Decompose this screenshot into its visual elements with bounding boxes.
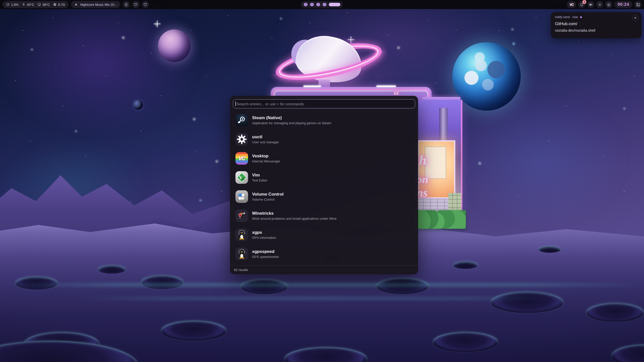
cpu-usage: 1.8%	[6, 3, 19, 7]
monitor-icon	[37, 3, 41, 7]
unread-dot	[580, 16, 582, 18]
vesktop-icon-label: VC	[238, 155, 245, 161]
notification-title: GitHub.com/	[555, 22, 637, 26]
pause-icon	[74, 3, 78, 7]
night-light-button[interactable]	[605, 1, 612, 8]
launcher-item-uuctl[interactable]: uuctl User unit manager	[233, 131, 415, 148]
launcher-item-vesktop[interactable]: VC Vesktop Internet Messenger	[233, 150, 415, 167]
notification-close-button[interactable]: ✕	[632, 15, 638, 21]
app-grid-button[interactable]	[634, 1, 641, 8]
launcher-item-text: xgpsspeed GPS speedometer	[252, 249, 279, 259]
results-count: 62 results	[234, 268, 248, 272]
launcher-item-text: uuctl User unit manager	[252, 134, 279, 144]
app-description: GPS speedometer	[252, 255, 279, 259]
app-name: Winetricks	[252, 211, 337, 216]
heart-button[interactable]	[132, 1, 139, 8]
launcher-item-text: Steam (Native) Application for managing …	[252, 115, 331, 125]
workspace-dot[interactable]	[316, 3, 320, 6]
flame-icon	[22, 3, 26, 7]
launcher-item-volume-control[interactable]: Volume Control Volume Control	[233, 188, 415, 205]
app-description: GPS information	[252, 236, 276, 240]
vesktop-icon: VC	[235, 152, 248, 165]
chip-icon	[53, 3, 57, 7]
app-description: Internet Messenger	[252, 159, 280, 163]
vesktop-tray-icon: VC	[570, 3, 573, 7]
cpu-temperature: 43°C	[22, 3, 34, 7]
app-name: Volume Control	[252, 192, 284, 197]
memory-usage-value: 9.7G	[58, 3, 65, 7]
workspace-indicator	[301, 1, 343, 8]
app-grid-icon	[636, 3, 640, 7]
workspace-dot-active[interactable]	[329, 3, 340, 6]
app-name: uuctl	[252, 134, 279, 140]
app-name: xgpsspeed	[252, 249, 279, 254]
tux-icon	[235, 229, 248, 241]
notification-app-time: notify-send · now	[555, 15, 578, 19]
winetricks-icon	[235, 209, 248, 222]
launcher-item-text: Vesktop Internet Messenger	[252, 154, 280, 163]
skull-icon	[124, 3, 128, 7]
clock: 00:24	[618, 2, 629, 7]
clock-widget[interactable]: 00:24	[614, 1, 632, 8]
app-description: Application for managing and playing gam…	[252, 121, 331, 125]
tux-icon	[235, 248, 248, 260]
media-player-widget[interactable]: Nightcore Music Mix 20...	[71, 1, 120, 8]
media-title: Nightcore Music Mix 20...	[80, 3, 117, 7]
app-name: Steam (Native)	[252, 115, 331, 120]
system-stats-widget[interactable]: 1.8% 43°C 38°C 9.7G	[3, 1, 68, 8]
top-bar: 1.8% 43°C 38°C 9.7G Nightcore Music Mix …	[0, 0, 644, 9]
app-description: User unit manager	[252, 140, 279, 144]
workspace-dot[interactable]	[310, 3, 314, 6]
results-list: Steam (Native) Application for managing …	[233, 112, 415, 262]
notification-meta: notify-send · now	[555, 15, 637, 19]
app-name: Vesktop	[252, 154, 280, 159]
app-name: Vim	[252, 173, 267, 178]
app-name: xgps	[252, 230, 276, 235]
search-wrap	[233, 99, 415, 108]
night-light-off-icon	[607, 3, 611, 7]
launcher-item-text: xgps GPS information	[252, 230, 276, 240]
launcher-item-xgpsspeed[interactable]: xgpsspeed GPS speedometer	[233, 246, 415, 262]
gpu-temperature-value: 38°C	[43, 3, 50, 7]
app-launcher: Steam (Native) Application for managing …	[230, 96, 418, 274]
heart-icon	[143, 3, 147, 7]
heart-button[interactable]	[142, 1, 149, 8]
workspace-dot[interactable]	[323, 3, 327, 6]
notification-body: noctalia-dev/noctalia.shell	[555, 28, 637, 32]
cpu-usage-value: 1.8%	[11, 3, 19, 7]
app-description: Work around problems and install applica…	[252, 217, 337, 220]
launcher-item-xgps[interactable]: xgps GPS information	[233, 227, 415, 243]
volume-sliders-icon	[235, 190, 248, 203]
vim-icon: Vim	[235, 171, 248, 184]
cpu-temperature-value: 43°C	[27, 3, 34, 7]
gauge-icon	[6, 3, 10, 7]
gpu-temperature: 38°C	[37, 3, 50, 7]
app-description: Volume Control	[252, 198, 284, 201]
notification-popup[interactable]: notify-send · now ✕ GitHub.com/ noctalia…	[551, 12, 641, 38]
skull-button[interactable]	[123, 1, 130, 8]
app-description: Text Editor	[252, 178, 267, 182]
workspace-dot[interactable]	[304, 3, 308, 6]
heart-icon	[134, 3, 138, 7]
gear-icon	[235, 133, 248, 146]
launcher-item-winetricks[interactable]: Winetricks Work around problems and inst…	[233, 207, 415, 224]
launcher-item-text: Volume Control Volume Control	[252, 192, 284, 201]
bar-right-group: VC 2 00:24	[567, 1, 641, 8]
notification-count-badge: 2	[582, 0, 586, 4]
launcher-item-vim[interactable]: Vim Vim Text Editor	[233, 169, 415, 186]
speaker-icon	[589, 3, 593, 7]
launcher-item-steam[interactable]: Steam (Native) Application for managing …	[233, 112, 415, 128]
steam-icon	[235, 114, 248, 126]
volume-button[interactable]	[587, 1, 594, 8]
brightness-button[interactable]	[596, 1, 603, 8]
notifications-button[interactable]: 2	[578, 1, 585, 8]
launcher-item-text: Vim Text Editor	[252, 173, 267, 182]
text-caret	[235, 102, 236, 106]
launcher-item-text: Winetricks Work around problems and inst…	[252, 211, 337, 220]
results-footer: 62 results	[230, 265, 418, 274]
memory-usage: 9.7G	[53, 3, 65, 7]
tray-vesktop-button[interactable]: VC	[567, 1, 576, 8]
svg-text:im: im	[242, 177, 245, 180]
search-input[interactable]	[233, 99, 415, 108]
sun-icon	[598, 3, 602, 7]
